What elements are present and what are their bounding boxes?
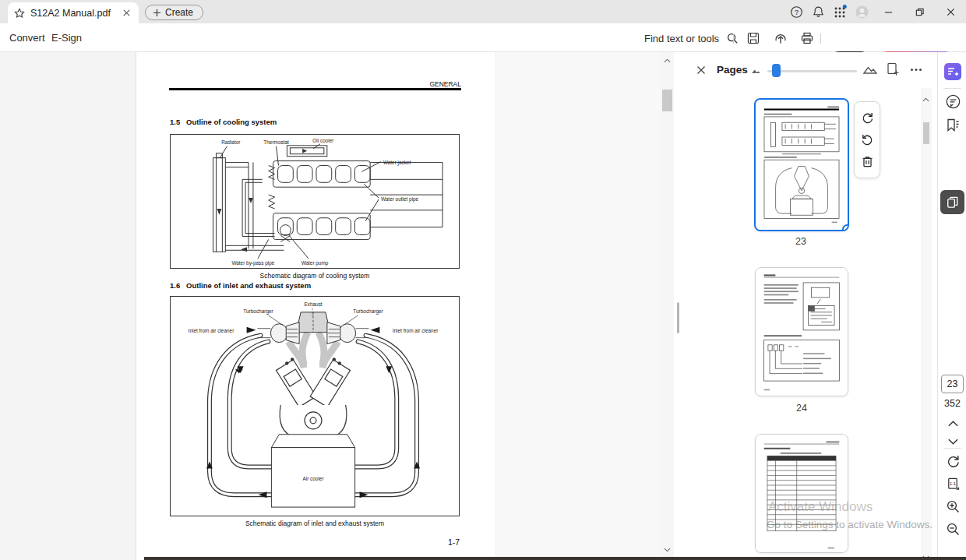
avatar[interactable] [851,1,873,23]
label-water-outlet-pipe: Water outlet pipe [381,196,419,203]
document-scroll-thumb[interactable] [662,90,672,111]
thumbnail-resize-handle[interactable] [842,224,849,231]
label-water-jacket: Water jacket [383,160,411,166]
rail-divider [943,88,961,89]
create-button[interactable]: Create [145,5,203,20]
find-label: Find text or tools [644,33,719,44]
label-air-cooler: Air cooler [302,476,324,481]
current-page-value: 23 [947,379,958,389]
close-panel-icon[interactable] [696,65,706,75]
find-tools-button[interactable]: Find text or tools [644,30,739,46]
restore-button[interactable] [904,0,935,23]
cooling-diagram: Radiator Thermostat Oil cooler Water jac… [170,134,460,269]
thumbnail-label-24: 24 [755,403,848,414]
scroll-down-icon[interactable] [661,544,674,555]
pages-panel: Pages [675,52,937,560]
delete-icon[interactable] [861,155,874,168]
tab-close-icon[interactable] [120,7,132,19]
label-exhaust: Exhaust [304,301,322,307]
ai-assistant-badge-icon[interactable] [943,62,963,82]
panel-resize-handle[interactable] [677,302,679,333]
current-page-input[interactable]: 23 [941,375,964,393]
inlet-caption: Schematic diagram of inlet and exhaust s… [170,519,460,527]
help-icon[interactable]: ? [785,1,807,23]
pages-panel-scrollbar[interactable] [921,88,932,560]
create-label: Create [165,7,193,18]
thumbnail-size-slider[interactable] [767,70,857,72]
comment-icon[interactable] [943,91,963,111]
svg-text:?: ? [795,8,799,16]
toolbar-divider [733,33,734,44]
label-inlet-right: Inlet from air cleaner [393,328,439,333]
upload-icon[interactable] [774,31,788,45]
label-turbocharger-right: Turbocharger [353,308,383,315]
cooling-diagram-drawing: Radiator Thermostat Oil cooler Water jac… [171,135,459,268]
rotate-ccw-icon[interactable] [861,133,874,146]
document-margin-right [495,52,661,560]
close-icon [946,7,956,17]
minimize-icon [883,7,894,17]
pdf-page[interactable]: GENERAL 1.5 Outline of cooling system [137,52,495,560]
page-thumbnails-icon[interactable] [940,190,964,214]
chevron-down-icon[interactable] [943,431,963,452]
section-heading-inlet: 1.6 Outline of inlet and exhaust system [170,281,311,290]
thumbnail-page-24-preview [756,268,848,396]
convert-menu[interactable]: Convert [9,32,45,44]
pdf-page-number: 1-7 [448,537,460,547]
zoom-out-icon[interactable] [943,519,963,539]
inlet-exhaust-drawing: Exhaust Turbocharger Turbocharger Inlet … [171,297,459,516]
more-options-icon[interactable] [910,68,922,72]
thumbnail-page-23[interactable] [754,98,849,231]
tab-title: S12A2 Manual.pdf [30,8,115,19]
right-rail: 23 352 1:1 [937,52,966,560]
page-tools-palette [854,101,880,178]
print-icon[interactable] [800,31,814,45]
document-tab[interactable]: S12A2 Manual.pdf [8,2,139,23]
label-water-bypass-pipe: Water by-pass pipe [231,260,274,266]
save-icon[interactable] [746,31,760,45]
document-scrollbar[interactable] [661,52,674,560]
rotate-cw-icon[interactable] [861,111,874,125]
label-oil-cooler: Oil cooler [312,138,334,143]
thumbnail-size-slider-thumb[interactable] [772,64,781,77]
apps-grid-icon[interactable] [829,1,851,23]
thumbnail-label-23: 23 [754,236,848,247]
rail-divider [943,448,961,449]
thumb-smaller-icon[interactable] [751,67,761,74]
close-button[interactable] [935,0,966,23]
plus-icon [153,9,161,17]
document-margin-left [0,52,136,560]
bell-icon[interactable] [807,1,829,23]
fit-page-icon[interactable]: 1:1 [943,474,963,494]
restore-icon [915,7,925,17]
title-bar: S12A2 Manual.pdf Create ? [0,0,966,23]
label-radiator: Radiator [221,139,241,145]
inlet-exhaust-diagram: Exhaust Turbocharger Turbocharger Inlet … [170,296,460,516]
thumbnail-page-25[interactable] [755,434,848,553]
label-inlet-left: Inlet from air cleaner [189,328,235,333]
toolbar: Convert E-Sign Find text or tools Share … [0,23,966,52]
toolbar-divider [820,33,821,44]
insert-page-icon[interactable] [887,62,899,76]
bookmark-icon[interactable] [943,115,963,136]
pages-panel-title: Pages [717,64,748,76]
pages-panel-header: Pages [675,52,937,88]
favorite-star-icon[interactable] [14,8,25,19]
rotate-page-icon[interactable] [943,451,963,471]
panel-scroll-up-icon[interactable] [922,91,929,105]
label-thermostat: Thermostat [263,139,289,145]
thumbnail-page-23-preview [756,100,848,230]
acrobat-window: S12A2 Manual.pdf Create ? [0,0,966,560]
esign-menu[interactable]: E-Sign [51,32,82,44]
total-pages: 352 [938,398,966,409]
zoom-in-icon[interactable] [943,496,963,516]
label-water-pump: Water pump [301,260,329,266]
thumbnail-page-25-preview [756,435,848,552]
minimize-button[interactable] [873,0,904,23]
panel-scroll-thumb[interactable] [923,122,929,144]
header-rule [169,88,461,90]
thumb-larger-icon[interactable] [863,64,877,74]
svg-text:1:1: 1:1 [950,481,956,485]
scroll-up-icon[interactable] [661,55,674,66]
thumbnail-page-24[interactable] [755,267,848,396]
